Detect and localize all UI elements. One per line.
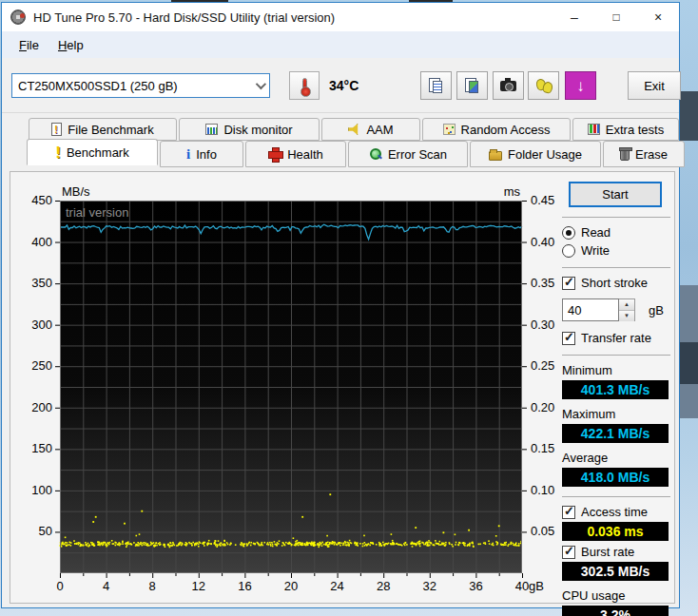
copy-image-button[interactable] bbox=[456, 71, 488, 100]
tab-erase[interactable]: Erase bbox=[603, 141, 685, 167]
spin-down-button[interactable]: ▼ bbox=[619, 311, 634, 321]
tab-aam[interactable]: AAM bbox=[321, 118, 420, 141]
read-label: Read bbox=[581, 225, 611, 240]
tab-extra-tests[interactable]: Extra tests bbox=[572, 118, 679, 141]
y-right-tick-label: 0.35 bbox=[531, 276, 554, 290]
y-left-tick-label: 50 bbox=[39, 524, 52, 538]
y-left-axis-title: MB/s bbox=[62, 184, 90, 199]
desktop-background: HD Tune Pro 5.70 - Hard Disk/SSD Utility… bbox=[0, 0, 698, 616]
trash-icon bbox=[620, 149, 630, 161]
app-icon bbox=[10, 10, 26, 25]
tab-random-access[interactable]: Random Access bbox=[422, 118, 571, 141]
benchmark-icon: ! bbox=[55, 144, 61, 161]
minimize-button[interactable]: – bbox=[553, 3, 595, 31]
error-scan-icon bbox=[369, 147, 382, 161]
y-right-axis-title: ms bbox=[504, 184, 521, 199]
x-axis-tick-label: 20 bbox=[284, 579, 298, 593]
close-button[interactable]: × bbox=[637, 3, 679, 31]
x-axis-tick-label: 28 bbox=[377, 579, 390, 593]
copy-text-button[interactable] bbox=[420, 71, 452, 100]
random-access-icon bbox=[443, 124, 456, 135]
average-label: Average bbox=[562, 451, 670, 465]
y-left-tick-label: 350 bbox=[31, 276, 52, 290]
y-left-tick-label: 100 bbox=[31, 483, 52, 497]
screenshot-button[interactable] bbox=[493, 71, 524, 100]
y-left-tick-label: 300 bbox=[31, 318, 52, 332]
read-radio-row[interactable]: Read bbox=[562, 225, 670, 240]
tab-error-scan[interactable]: Error Scan bbox=[348, 141, 468, 167]
minimum-label: Minimum bbox=[562, 363, 670, 377]
maximize-button[interactable]: □ bbox=[595, 3, 637, 31]
write-radio-row[interactable]: Write bbox=[562, 243, 670, 258]
access-time-label: Access time bbox=[581, 505, 648, 519]
benchmark-chart: 450400350300250200150100500.450.400.350.… bbox=[10, 172, 560, 600]
exit-button[interactable]: Exit bbox=[628, 71, 681, 100]
tab-strip: ! File Benchmark Disk monitor AAM Random… bbox=[2, 113, 679, 171]
temperature-button[interactable] bbox=[289, 71, 320, 100]
short-stroke-size-input[interactable]: 40 bbox=[562, 298, 619, 321]
menu-help[interactable]: Help bbox=[48, 34, 93, 56]
transfer-rate-checkbox[interactable]: ✓ bbox=[562, 332, 575, 345]
download-button[interactable]: ↓ bbox=[565, 71, 596, 100]
menu-file[interactable]: File bbox=[10, 34, 48, 56]
camera-icon bbox=[500, 81, 516, 91]
menu-bar: File Help bbox=[2, 31, 679, 58]
burst-rate-label: Burst rate bbox=[581, 545, 634, 559]
cpu-usage-label: CPU usage bbox=[562, 588, 670, 603]
y-right-tick-label: 0.10 bbox=[531, 483, 554, 497]
separator bbox=[562, 355, 670, 356]
x-axis-tick-label: 32 bbox=[423, 579, 436, 593]
chevron-down-icon bbox=[256, 79, 266, 89]
access-time-checkbox[interactable]: ✓ bbox=[562, 506, 575, 519]
info-icon: i bbox=[186, 147, 190, 162]
x-axis-tick-label: 24 bbox=[330, 579, 343, 593]
short-stroke-row[interactable]: ✓ Short stroke bbox=[562, 276, 670, 290]
gb-unit-label: gB bbox=[649, 303, 664, 318]
tab-file-benchmark[interactable]: ! File Benchmark bbox=[29, 118, 177, 141]
y-right-tick-label: 0.25 bbox=[531, 358, 554, 373]
access-time-row[interactable]: ✓ Access time bbox=[562, 505, 670, 519]
background-window-fragment bbox=[680, 91, 698, 141]
start-button[interactable]: Start bbox=[569, 182, 662, 207]
speaker-icon bbox=[348, 124, 360, 135]
y-left-tick-label: 450 bbox=[31, 193, 52, 207]
benchmark-options-panel: Start Read Write ✓ Short stroke 40 bbox=[562, 180, 670, 616]
x-axis-tick-label: 0 bbox=[56, 579, 63, 593]
write-radio[interactable] bbox=[562, 244, 575, 258]
footprints-button[interactable] bbox=[528, 71, 559, 100]
burst-rate-checkbox[interactable]: ✓ bbox=[562, 546, 575, 559]
spinner-control: ▲ ▼ bbox=[619, 298, 635, 321]
drive-select-dropdown[interactable]: CT250MX500SSD1 (250 gB) bbox=[11, 73, 270, 98]
download-arrow-icon: ↓ bbox=[576, 78, 585, 94]
y-right-tick-label: 0.45 bbox=[531, 193, 554, 207]
window-title: HD Tune Pro 5.70 - Hard Disk/SSD Utility… bbox=[33, 10, 553, 25]
tab-benchmark[interactable]: ! Benchmark bbox=[27, 139, 158, 165]
toolbar: CT250MX500SSD1 (250 gB) 34°C ↓ bbox=[2, 58, 679, 113]
tab-info[interactable]: i Info bbox=[160, 141, 243, 167]
transfer-rate-label: Transfer rate bbox=[581, 331, 651, 345]
transfer-rate-row[interactable]: ✓ Transfer rate bbox=[562, 331, 670, 345]
temperature-value: 34°C bbox=[329, 78, 359, 93]
tab-health[interactable]: Health bbox=[245, 141, 346, 167]
separator bbox=[562, 496, 670, 497]
y-left-tick-label: 150 bbox=[31, 441, 52, 455]
short-stroke-checkbox[interactable]: ✓ bbox=[562, 277, 575, 290]
y-right-tick-label: 0.40 bbox=[531, 235, 554, 249]
extra-tests-icon bbox=[588, 124, 600, 135]
spin-up-button[interactable]: ▲ bbox=[619, 299, 634, 311]
x-axis-tick-label: 16 bbox=[238, 579, 251, 593]
disk-monitor-icon bbox=[205, 124, 218, 135]
tab-disk-monitor[interactable]: Disk monitor bbox=[179, 118, 320, 141]
y-left-tick-label: 200 bbox=[31, 400, 52, 414]
minimum-value: 401.3 MB/s bbox=[562, 380, 669, 399]
burst-rate-row[interactable]: ✓ Burst rate bbox=[562, 545, 670, 559]
y-left-tick-label: 400 bbox=[31, 235, 52, 249]
copy-text-icon bbox=[429, 78, 444, 93]
title-bar: HD Tune Pro 5.70 - Hard Disk/SSD Utility… bbox=[2, 3, 679, 31]
drive-select-value: CT250MX500SSD1 (250 gB) bbox=[18, 79, 256, 93]
read-radio[interactable] bbox=[562, 226, 575, 240]
access-time-value: 0.036 ms bbox=[562, 522, 669, 541]
tab-folder-usage[interactable]: Folder Usage bbox=[470, 141, 601, 167]
thermometer-icon bbox=[302, 78, 307, 93]
app-window: HD Tune Pro 5.70 - Hard Disk/SSD Utility… bbox=[1, 2, 680, 608]
